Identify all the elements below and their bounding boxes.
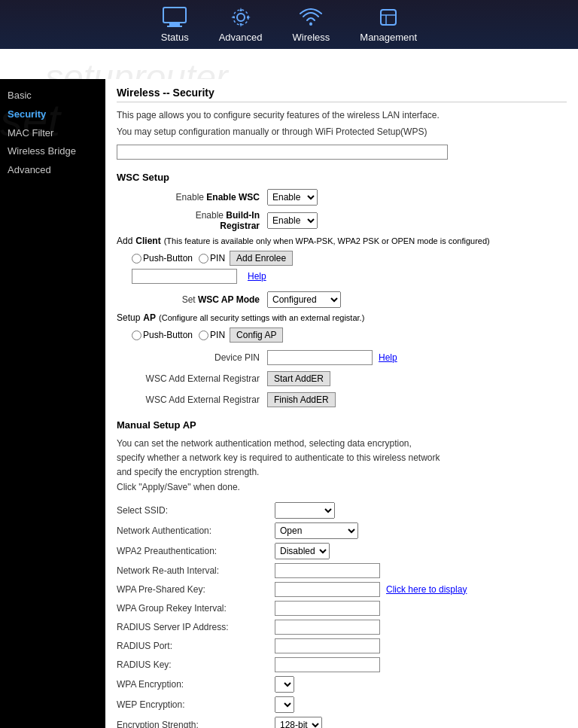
setup-ap-row: Setup AP (Configure all security setting… (117, 312, 567, 323)
nav-wireless-label: Wireless (292, 32, 330, 43)
help2-link[interactable]: Help (379, 352, 397, 363)
wpa-encryption-label: WPA Encryption: (117, 679, 275, 690)
finish-adder-button[interactable]: Finish AddER (267, 392, 336, 407)
enable-registrar-label: Enable Build-InRegistrar (117, 210, 267, 231)
wpa-encryption-select[interactable] (275, 676, 294, 693)
svg-point-5 (309, 23, 312, 26)
header: Status Advanced Wireless (0, 0, 578, 49)
enable-wsc-row: Enable Enable WSC Enable Disable (117, 189, 567, 206)
nav-status[interactable]: Status (161, 6, 189, 43)
svg-rect-6 (381, 10, 396, 25)
network-auth-label: Network Authentication: (117, 525, 275, 536)
radius-ip-row: RADIUS Server IP Address: (117, 620, 567, 635)
encryption-strength-select[interactable]: 128-bit 64-bit (275, 717, 322, 728)
setup-pin-text: PIN (210, 330, 225, 340)
start-adder-button[interactable]: Start AddER (267, 371, 330, 386)
click-display-link[interactable]: Click here to display (386, 584, 467, 595)
svg-rect-2 (167, 26, 182, 27)
network-reauth-input[interactable] (275, 563, 380, 578)
top-input-field[interactable] (117, 145, 448, 160)
radius-key-input[interactable] (275, 657, 380, 672)
sidebar-item-security[interactable]: Security (8, 105, 98, 124)
wireless-icon (297, 6, 324, 29)
radius-port-input[interactable] (275, 638, 380, 653)
client-bold: Client (135, 236, 160, 246)
manual-desc: You can set the network authentication m… (117, 437, 567, 495)
radius-ip-input[interactable] (275, 620, 380, 635)
setup-push-button-text: Push-Button (143, 330, 193, 340)
enable-wsc-bold: Enable WSC (206, 192, 260, 203)
sidebar-item-advanced[interactable]: Advanced (8, 161, 98, 180)
config-ap-button[interactable]: Config AP (230, 327, 283, 343)
add-client-radio-group: Push-Button PIN (132, 253, 225, 263)
setup-push-button-label[interactable]: Push-Button (132, 330, 193, 340)
wsc-add-ext-reg-start-label: WSC Add External Registrar (117, 373, 267, 384)
page-desc1: This page allows you to configure securi… (117, 108, 567, 122)
setup-ap-radio-group: Push-Button PIN (132, 330, 225, 340)
wsc-ap-mode-bold: WSC AP Mode (198, 294, 260, 305)
wsc-ap-mode-label: Set WSC AP Mode (117, 294, 267, 305)
manual-desc1: You can set the network authentication m… (117, 438, 412, 449)
wsc-ap-mode-row: Set WSC AP Mode Configured Unconfigured (117, 291, 567, 308)
watermark-area: setuprouter (0, 49, 578, 79)
add-client-desc: (This feature is available only when WPA… (164, 236, 490, 245)
wpa-group-rekey-label: WPA Group Rekey Interval: (117, 603, 275, 614)
select-ssid-select[interactable] (275, 502, 335, 519)
nav-wireless[interactable]: Wireless (292, 6, 330, 43)
device-pin-input[interactable] (267, 350, 373, 365)
enable-wsc-select[interactable]: Enable Disable (267, 189, 318, 206)
svg-rect-0 (163, 8, 186, 23)
radius-key-label: RADIUS Key: (117, 659, 275, 670)
wsc-add-ext-reg-start-row: WSC Add External Registrar Start AddER (117, 371, 567, 386)
wpa-group-rekey-input[interactable] (275, 601, 380, 616)
help1-row: Help (132, 269, 567, 284)
nav-advanced[interactable]: Advanced (219, 6, 263, 43)
page-title: Wireless -- Security (117, 87, 567, 102)
push-button-radio[interactable] (132, 254, 141, 263)
wpa2-preauth-label: WPA2 Preauthentication: (117, 546, 275, 556)
wpa-preshared-label: WPA Pre-Shared Key: (117, 584, 275, 595)
radius-key-row: RADIUS Key: (117, 657, 567, 672)
wpa-preshared-input[interactable] (275, 582, 380, 597)
push-button-label: Push-Button (143, 253, 193, 263)
sidebar-item-wireless-bridge[interactable]: Wireless Bridge (8, 142, 98, 161)
add-client-controls: Push-Button PIN Add Enrolee (132, 251, 567, 266)
wpa-preshared-row: WPA Pre-Shared Key: Click here to displa… (117, 582, 567, 597)
svg-point-4 (233, 10, 248, 25)
encryption-strength-label: Encryption Strength: (117, 720, 275, 728)
wsc-add-ext-reg-finish-label: WSC Add External Registrar (117, 394, 267, 405)
wpa2-preauth-row: WPA2 Preauthentication: Disabled Enabled (117, 543, 567, 559)
sidebar-item-basic[interactable]: Basic (8, 87, 98, 105)
setup-push-button-radio[interactable] (132, 330, 141, 340)
setup-pin-radio[interactable] (199, 330, 208, 340)
sidebar-item-mac-filter[interactable]: MAC Filter (8, 124, 98, 143)
enable-registrar-row: Enable Build-InRegistrar Enable Disable (117, 210, 567, 231)
monitor-icon (161, 6, 188, 29)
device-pin-label: Device PIN (117, 352, 267, 363)
network-auth-row: Network Authentication: Open Shared WPA … (117, 522, 567, 539)
network-auth-select[interactable]: Open Shared WPA WPA-Personal WPA2 WPA2-P… (275, 522, 358, 539)
radius-port-label: RADIUS Port: (117, 641, 275, 651)
wpa-group-rekey-row: WPA Group Rekey Interval: (117, 601, 567, 616)
setup-ap-bold: AP (143, 312, 156, 323)
push-button-radio-label[interactable]: Push-Button (132, 253, 193, 263)
wsc-setup-title: WSC Setup (117, 172, 567, 183)
wsc-ap-mode-select[interactable]: Configured Unconfigured (267, 291, 341, 308)
manual-desc2: specify whether a network key is require… (117, 452, 440, 463)
setup-pin-label[interactable]: PIN (199, 330, 225, 340)
nav-management[interactable]: Management (360, 6, 417, 43)
svg-point-3 (237, 14, 245, 21)
wep-encryption-select[interactable] (275, 696, 294, 713)
enable-registrar-select[interactable]: Enable Disable (267, 212, 318, 229)
wpa2-preauth-select[interactable]: Disabled Enabled (275, 543, 330, 559)
content-area: Wireless -- Security This page allows yo… (105, 79, 578, 728)
manual-desc3: and specify the encryption strength. (117, 467, 259, 477)
pin-radio-label[interactable]: PIN (199, 253, 225, 263)
nav-management-label: Management (360, 32, 417, 43)
radius-port-row: RADIUS Port: (117, 638, 567, 653)
main-layout: set Basic Security MAC Filter Wireless B… (0, 79, 578, 728)
pin-radio[interactable] (199, 254, 208, 263)
pin-input-field[interactable] (132, 269, 237, 284)
add-enrolee-button[interactable]: Add Enrolee (230, 251, 293, 266)
help1-link[interactable]: Help (248, 271, 266, 282)
